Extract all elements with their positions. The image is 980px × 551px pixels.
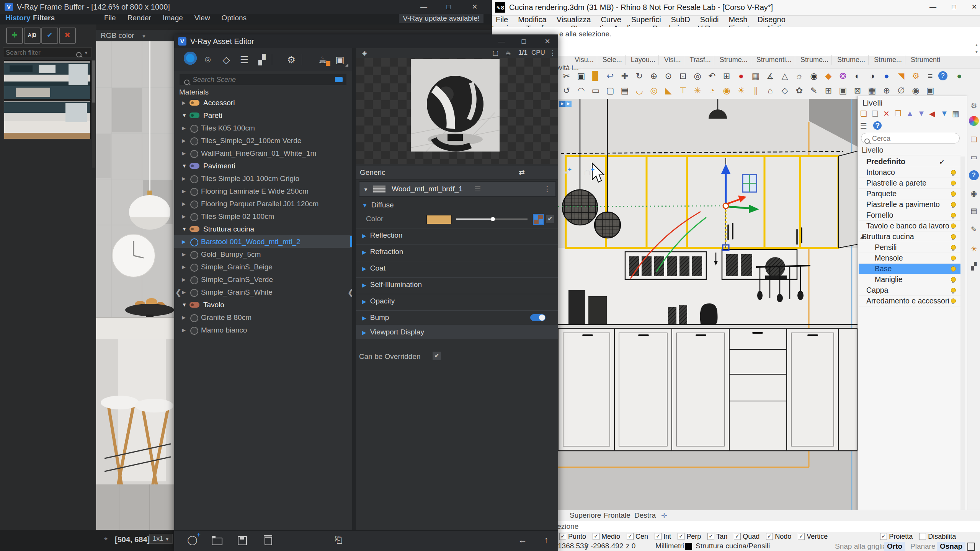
diffuse-slider-knob[interactable] [491,217,495,221]
layer-light-icon[interactable] [951,277,956,282]
tree-material[interactable]: ▶Tiles_Simple_02_100cm Verde [174,134,352,147]
help-tab-icon[interactable]: ? [969,170,979,180]
camera-tab-icon[interactable]: ◉ [969,189,979,199]
asset-editor-titlebar[interactable]: V V-Ray Asset Editor — □ ✕ [174,34,558,49]
tab-filters[interactable]: Filters [33,14,55,22]
ab-compare-icon[interactable]: A|B [24,28,41,44]
geometry-tab-icon[interactable]: ◇ [219,53,233,67]
burst-icon[interactable]: ✳ [691,84,704,97]
section-reflection[interactable]: ▶Reflection [356,228,558,242]
drag-grip-icon[interactable]: ☰ [474,182,481,196]
tab-destra[interactable]: Destra [634,511,656,520]
maximize-icon[interactable]: □ [440,2,457,12]
gumball-icon[interactable]: △ [778,70,791,83]
house-icon[interactable]: ⌂ [764,84,777,97]
pixel-ratio-select[interactable]: 1x1 ▼ [149,534,173,544]
pen-icon[interactable]: ✎ [807,84,820,97]
tree-group-accessori[interactable]: ▶Accessori [174,96,352,109]
layer-row-fornello[interactable]: Fornello [859,210,961,221]
section-self-illumination[interactable]: ▶Self-Illumination [356,277,558,292]
layer-light-icon[interactable] [951,266,956,271]
gear-icon[interactable]: ⚙ [969,101,979,111]
section-viewport-display[interactable]: ▶Viewport Display [356,325,558,339]
expand-icon[interactable]: ▶ [182,134,186,147]
target-icon[interactable]: ◉ [720,84,733,97]
close-icon[interactable]: ✕ [539,36,556,47]
tree-group-pareti[interactable]: ▼Pareti [174,109,352,122]
rhino-titlebar[interactable]: ∿8 Cucina rendering.3dm (31 MB) - Rhino … [492,0,980,16]
preview-teapot-icon[interactable]: ☕ [505,49,511,57]
toolbar-tab[interactable]: Strume... [834,55,869,65]
checkbox[interactable]: ✓ [655,533,662,540]
gear-orange-icon[interactable]: ⚙ [909,70,922,83]
layer-row-tavolo-e-banco-da-lavoro[interactable]: Tavolo e banco da lavoro [859,221,961,231]
brush-tab-icon[interactable]: ✎ [969,225,979,235]
expand-icon[interactable]: ▶ [182,261,186,273]
vfb-titlebar[interactable]: V V-Ray Frame Buffer - [142.6% of 800 x … [0,0,492,14]
move-down-icon[interactable]: ▼ [918,109,925,118]
plus-icon[interactable]: ⊕ [880,84,893,97]
collapse-left-icon[interactable]: ❮ [175,288,182,298]
clear-render-icon[interactable]: ✖ [59,28,76,44]
menu-file[interactable]: File [104,14,116,22]
layer-row-mensole[interactable]: Mensole [859,253,961,264]
up-arrow-icon[interactable]: ↑ [544,535,549,545]
command-input[interactable]: ▲ ▼ [492,42,980,56]
units-label[interactable]: Millimetri [655,542,684,550]
viewport-nav-buttons[interactable]: ▶▶ [559,99,572,107]
tree-material[interactable]: ▶WallPaint_FineGrain_01_White_1m [174,147,352,160]
vfb-search-input[interactable]: Search filter ▼ [3,47,92,57]
viewport-layout-icon[interactable]: ⊞ [720,70,733,83]
toolbar-tab[interactable]: Strume... [717,55,751,65]
table-icon[interactable]: ▦ [866,84,879,97]
diffuse-color-swatch[interactable] [426,215,452,224]
expand-icon[interactable]: ◢ [860,231,864,242]
window-a-icon[interactable]: ▭ [589,84,602,97]
osnap-perp[interactable]: ✓Perp [678,533,701,541]
cut-icon[interactable]: ✂ [560,70,573,83]
redo-curve-icon[interactable]: ↺ [560,84,573,97]
lock2-icon[interactable]: ▣ [924,84,937,97]
layers-scrollbar[interactable] [960,156,965,512]
expand-icon[interactable]: ▶ [182,147,186,160]
render-teapot-icon[interactable]: ☕ [316,53,330,67]
tab-history[interactable]: History [5,14,30,22]
tree-group-tavolo[interactable]: ▼Tavolo [174,298,352,311]
expand-icon[interactable]: ▶ [182,273,186,286]
save-icon[interactable] [238,536,247,545]
new-sublayer-icon[interactable]: ❏ [872,109,879,118]
expand-icon[interactable]: ▶ [182,197,186,210]
panel-divider[interactable] [352,48,356,551]
zoom-dynamic-icon[interactable]: ⊙ [662,70,675,83]
layer-light-icon[interactable] [951,298,956,303]
accept-render-icon[interactable]: ✔ [41,28,58,44]
export-icon[interactable]: ⎗ [335,535,342,545]
preview-pages[interactable]: 1/1 [518,49,528,57]
checkbox[interactable]: ✓ [734,533,741,540]
materials-tab-icon[interactable] [183,52,198,67]
layers-tab-icon[interactable]: ☰ [237,53,251,67]
display-tab-icon[interactable]: ▭ [969,152,979,162]
current-layer-label[interactable]: Struttura cucina/Pensili [696,542,770,550]
planar-button[interactable]: Planare [907,542,939,551]
tree-material[interactable]: ▶Simple_GrainS_Verde [174,273,352,286]
toolbar-tab[interactable]: Strumenti... [753,55,795,65]
osnap-button[interactable]: Osnap [937,542,965,551]
layer-row-struttura-cucina[interactable]: ◢Struttura cucina [859,231,961,242]
section-coat[interactable]: ▶Coat [356,261,558,275]
delete-layer-icon[interactable]: ✕ [883,109,890,118]
undo-icon[interactable]: ↩ [604,70,617,83]
properties-wheel-icon[interactable] [969,116,979,126]
layer-row-pensili[interactable]: Pensili [859,242,961,253]
maximize-icon[interactable]: □ [946,2,962,12]
notes-tab-icon[interactable]: ▤ [969,206,979,216]
tree-material[interactable]: ▶Tiles K05 100cm [174,122,352,134]
osnap-quad[interactable]: ✓Quad [734,533,760,541]
toolbar-tab[interactable]: Layou... [628,55,659,65]
history-scrollbar[interactable] [92,60,95,168]
menu-solidi[interactable]: Solidi [700,15,719,24]
paste-icon[interactable]: ▉ [589,70,602,83]
scroll-down-icon[interactable]: ▼ [975,50,978,54]
update-notice[interactable]: V-Ray update available! [399,14,483,23]
map-icon[interactable]: ▦ [749,70,762,83]
